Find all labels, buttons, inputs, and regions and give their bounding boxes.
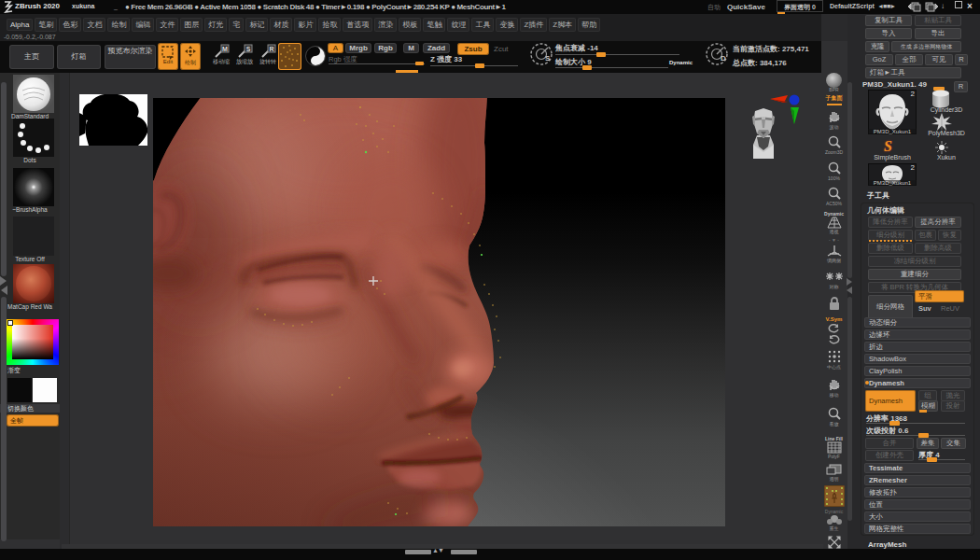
svg-text:M: M — [222, 46, 228, 52]
svg-text:D: D — [721, 54, 726, 63]
svg-text:R: R — [269, 46, 273, 52]
svg-text:S: S — [545, 54, 551, 63]
svg-text:S: S — [245, 46, 250, 52]
